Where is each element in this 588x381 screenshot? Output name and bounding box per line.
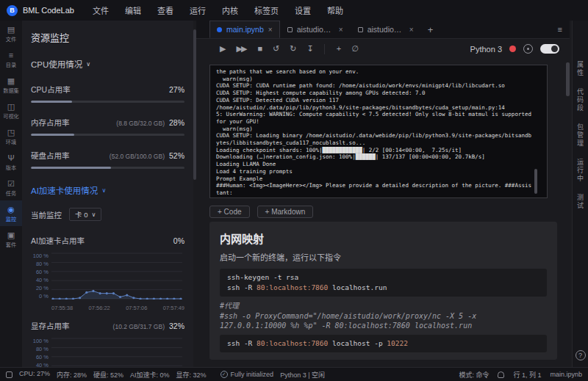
bml-logo-icon: B xyxy=(7,5,18,16)
notifications-icon[interactable] xyxy=(498,371,504,378)
metric-detail: (52.0 GB/100.0 GB) xyxy=(110,153,165,160)
tab-list-icon[interactable]: ≡ xyxy=(558,25,562,34)
metric-label: 显存占用率 xyxy=(31,320,70,331)
help-button[interactable]: ? xyxy=(576,350,586,360)
disk-usage-bar xyxy=(31,167,184,169)
comment-proxy-command: #ssh -o ProxyCommand="/home/aistudio/wor… xyxy=(220,311,547,330)
menu-kernel[interactable]: 内核 xyxy=(214,0,246,21)
rail-item-tasks[interactable]: ☑ 任务 xyxy=(0,175,22,200)
new-tab-button[interactable]: + xyxy=(421,24,440,35)
files-icon: ▤ xyxy=(7,25,15,34)
suite-icon: ▣ xyxy=(7,231,15,239)
dataset-icon: ▦ xyxy=(7,76,15,85)
code-cell-output[interactable]: the paths that we search based on your e… xyxy=(209,65,548,198)
close-icon[interactable]: × xyxy=(409,26,414,34)
chart-x-axis: 07:55:38 07:56:22 07:57:06 07:57:49 xyxy=(51,305,184,311)
menu-file[interactable]: 文件 xyxy=(85,0,117,21)
rail-item-dataset[interactable]: ▦ 数据集 xyxy=(0,72,22,98)
rail-item-files[interactable]: ▤ 文件 xyxy=(0,21,22,46)
menu-run[interactable]: 运行 xyxy=(182,0,214,21)
menu-help[interactable]: 帮助 xyxy=(319,0,351,21)
menu-view[interactable]: 查看 xyxy=(149,0,182,21)
monitor-label: 当前监控 xyxy=(31,209,62,220)
app-title: BML CodeLab xyxy=(23,6,74,15)
metric-value: 0% xyxy=(173,236,184,245)
rail-item-monitor[interactable]: ◉ 监控 xyxy=(0,200,22,226)
cpu-usage-metric: CPU占用率 27% xyxy=(31,84,184,103)
current-file: main.ipynb xyxy=(550,371,582,378)
terminal-icon xyxy=(358,27,363,32)
rail-item-visualization[interactable]: ◫ 可视化 xyxy=(0,98,22,123)
menu-tabs[interactable]: 标签页 xyxy=(246,0,287,21)
metric-value: 32% xyxy=(169,322,184,330)
terminal-icon xyxy=(287,27,293,32)
interrupt-button[interactable]: ■ xyxy=(257,45,261,53)
kernel-selector[interactable]: Python 3 xyxy=(470,45,502,54)
card-select-dropdown[interactable]: 卡 0 ∨ xyxy=(69,208,101,221)
chart-plot xyxy=(51,253,182,302)
ai-card-section-header[interactable]: AI加速卡使用情况 ∨ xyxy=(31,184,184,196)
rail-item-environment[interactable]: ◳ 环境 xyxy=(0,123,22,149)
add-code-button[interactable]: + Code xyxy=(209,206,250,218)
toolbar-divider xyxy=(324,44,325,54)
rail-item-version[interactable]: Ψ 版本 xyxy=(0,149,22,175)
rail-item-properties[interactable]: 属性 xyxy=(576,61,585,77)
export-button[interactable]: ↧ xyxy=(306,45,312,53)
add-cell-button[interactable]: + xyxy=(337,45,340,53)
check-icon: ✓ xyxy=(220,371,228,378)
panel-toggle-icon[interactable] xyxy=(6,371,12,378)
chevron-down-icon: ∨ xyxy=(101,187,106,194)
memory-usage-metric: 内存占用率 (8.8 GB/32.0 GB) 28% xyxy=(31,117,184,136)
assistant-icon[interactable] xyxy=(523,44,533,54)
metric-label: CPU占用率 xyxy=(31,84,71,95)
restart-run-all-button[interactable]: ↻ xyxy=(290,45,295,53)
cpu-section-header[interactable]: CPU使用情况 ∨ xyxy=(31,58,184,70)
kernel-busy-indicator xyxy=(509,46,516,52)
tab-main-ipynb[interactable]: main.ipynb × xyxy=(209,21,280,38)
cursor-position[interactable]: 行 1, 列 1 xyxy=(513,370,541,380)
rail-item-suite[interactable]: ▣ 套件 xyxy=(0,226,22,252)
editor-mode[interactable]: 模式: 命令 xyxy=(459,370,489,380)
ai-card-usage-metric: AI加速卡占用率 0% xyxy=(31,235,184,246)
rail-item-running[interactable]: 运行中 xyxy=(576,159,585,183)
activity-rail: ▤ 文件 ≡ 目录 ▦ 数据集 ◫ 可视化 ◳ 环境 Ψ 版本 ☑ 任务 ◉ 监… xyxy=(0,21,22,367)
chart-y-axis: 100 % 80 % 60 % 40 % 20 % 0 % xyxy=(31,253,51,300)
tab-terminal-1[interactable]: aistudio@j... × xyxy=(280,21,351,38)
monitor-icon: ◉ xyxy=(7,205,15,214)
markdown-cell[interactable]: 内网映射 启动一个新的终端，运行以下指令 ssh-keygen -t rsass… xyxy=(209,222,557,360)
vram-usage-chart: 100 % 80 % 60 % 40 % 20 % 0 % xyxy=(31,338,184,367)
chart-plot xyxy=(51,338,182,367)
cell-actions: + Code + Markdown xyxy=(209,206,313,218)
metric-value: 52% xyxy=(169,151,184,160)
init-status: ✓ Fully initialized xyxy=(220,371,274,378)
kernel-status[interactable]: Python 3 | 空闲 xyxy=(280,370,325,380)
rail-item-outline[interactable]: ≡ 目录 xyxy=(0,46,22,72)
run-button[interactable]: ▶ xyxy=(220,45,224,53)
output-scrollbar[interactable] xyxy=(534,169,537,194)
rail-item-packages[interactable]: 包管理 xyxy=(576,123,585,148)
restart-button[interactable]: ↺ xyxy=(273,45,278,53)
tab-terminal-2[interactable]: aistudio@j... × xyxy=(351,21,421,38)
menu-edit[interactable]: 编辑 xyxy=(117,0,149,21)
outline-icon: ≡ xyxy=(9,51,13,59)
metric-value: 27% xyxy=(169,85,184,94)
statusbar: CPU: 27% 内存: 28% 硬盘: 52% AI加速卡: 0% 显存: 3… xyxy=(0,367,588,381)
version-icon: Ψ xyxy=(7,153,14,162)
menubar: B BML CodeLab 文件 编辑 查看 运行 内核 标签页 设置 帮助 xyxy=(0,0,588,21)
run-all-button[interactable]: ▶▶ xyxy=(236,45,245,53)
notebook-scrollbar[interactable] xyxy=(566,62,570,96)
rail-item-snippets[interactable]: 代码段 xyxy=(576,88,585,112)
chart-y-axis: 100 % 80 % 60 % 40 % 20 % 0 % xyxy=(31,338,51,367)
ai-card-usage-chart: 100 % 80 % 60 % 40 % 20 % 0 % 07:55:38 0… xyxy=(31,253,184,311)
add-markdown-button[interactable]: + Markdown xyxy=(257,206,314,218)
memory-usage-bar xyxy=(31,134,184,136)
mode-toggle[interactable] xyxy=(540,44,559,54)
menu-settings[interactable]: 设置 xyxy=(287,0,319,21)
vram-usage-metric: 显存占用率 (10.2 GB/31.7 GB) 32% xyxy=(31,320,184,331)
close-icon[interactable]: × xyxy=(268,26,273,34)
clear-output-button[interactable]: ∅ xyxy=(351,45,357,53)
close-icon[interactable]: × xyxy=(339,26,343,34)
metric-label: AI加速卡占用率 xyxy=(31,235,85,246)
metric-value: 28% xyxy=(169,118,184,127)
rail-item-test[interactable]: 测试 xyxy=(576,194,585,210)
